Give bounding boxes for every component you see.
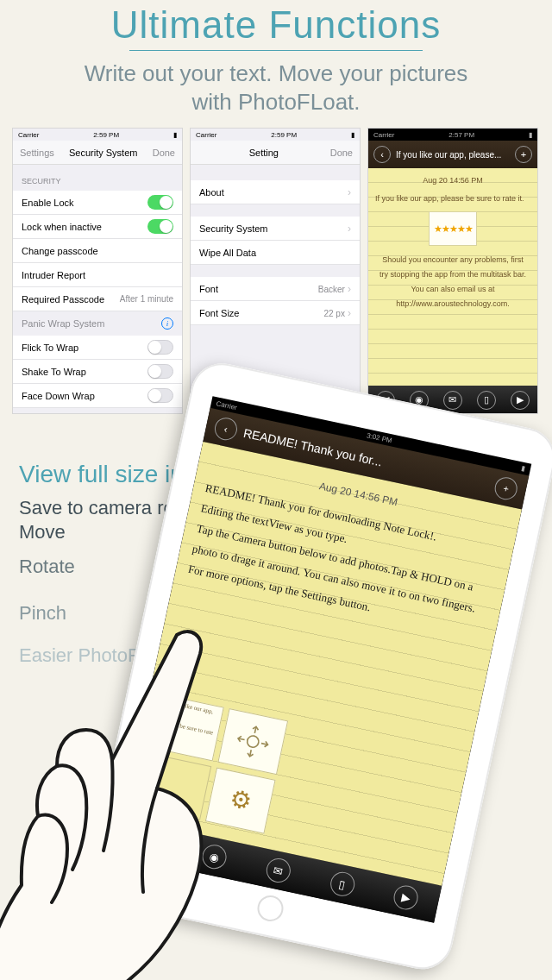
row-font-size[interactable]: Font Size 22 px › bbox=[191, 301, 360, 325]
status-bar: Carrier 2:57 PM ▮ bbox=[368, 129, 537, 141]
toggle-facedown[interactable] bbox=[147, 388, 173, 403]
carrier-label: Carrier bbox=[18, 131, 39, 139]
note-paper[interactable]: Aug 20 14:56 PM If you like our app, ple… bbox=[368, 168, 537, 386]
widget-gear-icon[interactable]: ⚙ bbox=[205, 767, 276, 833]
clock-label: 2:59 PM bbox=[271, 131, 297, 139]
nav-title: Security System bbox=[69, 148, 137, 158]
toggle-lock-inactive[interactable] bbox=[147, 219, 173, 234]
label-flick: Flick To Wrap bbox=[22, 342, 78, 353]
note-title: If you like our app, please... bbox=[396, 150, 510, 160]
back-button[interactable]: ‹ bbox=[373, 146, 391, 163]
row-enable-lock[interactable]: Enable Lock bbox=[13, 191, 182, 215]
note-nav-bar: ‹ If you like our app, please... + bbox=[368, 141, 537, 168]
ipad-body: Carrier 3:02 PM ▮ ‹ README! Thank you fo… bbox=[83, 358, 552, 975]
subtitle-line-2: with PhotoFLoat. bbox=[191, 89, 360, 115]
value-font: Backer › bbox=[318, 283, 351, 295]
row-flick-wrap[interactable]: Flick To Wrap bbox=[13, 336, 182, 360]
note-line-2: Should you encounter any problems, first… bbox=[375, 253, 530, 311]
battery-icon: ▮ bbox=[351, 131, 354, 139]
trash-button[interactable]: ▯ bbox=[477, 391, 496, 410]
done-button[interactable]: Done bbox=[330, 148, 353, 158]
add-button[interactable]: + bbox=[515, 146, 532, 163]
spacer bbox=[191, 204, 360, 217]
row-security-system[interactable]: Security System › bbox=[191, 217, 360, 241]
battery-icon: ▮ bbox=[173, 131, 177, 139]
back-button[interactable]: ‹ bbox=[213, 416, 240, 443]
spacer bbox=[191, 165, 360, 180]
spacer bbox=[191, 265, 360, 277]
trash-button[interactable]: ▯ bbox=[328, 870, 356, 898]
toggle-flick[interactable] bbox=[147, 340, 173, 355]
status-bar: Carrier 2:59 PM ▮ bbox=[13, 129, 182, 141]
nav-bar: Setting Done bbox=[191, 141, 360, 165]
label-enable-lock: Enable Lock bbox=[22, 198, 74, 208]
label-wipe: Wipe All Data bbox=[199, 248, 256, 258]
carrier-label: Carrier bbox=[373, 131, 394, 139]
carrier-label: Carrier bbox=[196, 131, 216, 139]
add-button[interactable]: + bbox=[492, 475, 519, 502]
label-security: Security System bbox=[199, 223, 267, 234]
label-lock-inactive: Lock when inactive bbox=[22, 222, 102, 232]
widget-rate-note[interactable]: If you like our app, please be sure to r… bbox=[154, 694, 224, 761]
info-icon[interactable]: i bbox=[161, 317, 173, 330]
row-intruder-report[interactable]: Intruder Report bbox=[13, 263, 182, 287]
label-intruder: Intruder Report bbox=[22, 270, 85, 280]
status-bar: Carrier 2:59 PM ▮ bbox=[191, 129, 360, 141]
nav-bar: Settings Security System Done bbox=[13, 141, 182, 165]
label-change-passcode: Change passcode bbox=[22, 246, 98, 256]
row-font[interactable]: Font Backer › bbox=[191, 277, 360, 301]
svg-point-0 bbox=[246, 735, 260, 749]
battery-icon: ▮ bbox=[529, 131, 532, 139]
page-subtitle: Write out your text. Move your pictures … bbox=[0, 60, 552, 128]
nav-title: Setting bbox=[249, 148, 279, 158]
battery-icon: ▮ bbox=[521, 464, 526, 473]
label-shake: Shake To Wrap bbox=[22, 367, 86, 377]
chevron-right-icon: › bbox=[348, 223, 351, 235]
phone-security-settings: Carrier 2:59 PM ▮ Settings Security Syst… bbox=[12, 128, 183, 414]
screenshot-triptych: Carrier 2:59 PM ▮ Settings Security Syst… bbox=[0, 128, 552, 414]
value-fontsize: 22 px › bbox=[323, 307, 351, 319]
back-button[interactable]: Settings bbox=[20, 148, 54, 158]
ipad-mockup: Carrier 3:02 PM ▮ ‹ README! Thank you fo… bbox=[83, 358, 552, 975]
toggle-shake[interactable] bbox=[147, 364, 173, 379]
next-button[interactable]: ▶ bbox=[511, 391, 530, 410]
value-required: After 1 minute bbox=[120, 294, 173, 304]
phone-note-view: Carrier 2:57 PM ▮ ‹ If you like our app,… bbox=[367, 128, 538, 414]
toggle-enable-lock[interactable] bbox=[147, 195, 173, 210]
note-paper[interactable]: Aug 20 14:56 PM README! Thank you for do… bbox=[123, 442, 522, 886]
row-required-passcode[interactable]: Required Passcode After 1 minute bbox=[13, 287, 182, 311]
page-title: Ultimate Functions bbox=[0, 3, 552, 47]
subtitle-line-1: Write out your text. Move your pictures bbox=[85, 60, 468, 86]
label-fontsize: Font Size bbox=[199, 308, 239, 318]
label-font: Font bbox=[199, 284, 218, 294]
chevron-right-icon: › bbox=[348, 186, 351, 198]
prev-button[interactable]: ◀ bbox=[136, 829, 165, 858]
photo-widgets: If you like our app, please be sure to r… bbox=[141, 694, 288, 833]
title-underline bbox=[129, 50, 423, 51]
ipad-screen: Carrier 3:02 PM ▮ ‹ README! Thank you fo… bbox=[115, 396, 531, 923]
row-about[interactable]: About › bbox=[191, 180, 360, 204]
next-button[interactable]: ▶ bbox=[392, 883, 420, 912]
row-facedown-wrap[interactable]: Face Down Wrap bbox=[13, 384, 182, 408]
clock-label: 2:57 PM bbox=[448, 131, 474, 139]
label-facedown: Face Down Wrap bbox=[22, 391, 95, 401]
widget-move-icon[interactable] bbox=[217, 708, 288, 775]
label-about: About bbox=[199, 187, 224, 198]
row-wipe-data[interactable]: Wipe All Data bbox=[191, 241, 360, 265]
row-change-passcode[interactable]: Change passcode bbox=[13, 239, 182, 263]
section-panic-wrap: Panic Wrap System i bbox=[13, 311, 182, 336]
row-lock-inactive[interactable]: Lock when inactive bbox=[13, 215, 182, 239]
mail-button[interactable]: ✉ bbox=[443, 391, 462, 410]
camera-button[interactable]: ◉ bbox=[200, 843, 229, 871]
label-required: Required Passcode bbox=[22, 294, 104, 305]
done-button[interactable]: Done bbox=[153, 148, 175, 158]
row-shake-wrap[interactable]: Shake To Wrap bbox=[13, 360, 182, 384]
label-panic: Panic Wrap System bbox=[22, 318, 104, 329]
home-button[interactable] bbox=[255, 893, 286, 924]
clock-label: 2:59 PM bbox=[93, 131, 119, 139]
widget-empty[interactable] bbox=[141, 754, 211, 820]
note-line-1: If you like our app, please be sure to r… bbox=[375, 192, 530, 206]
mail-button[interactable]: ✉ bbox=[264, 856, 292, 884]
rating-stars[interactable]: ★★★★★ bbox=[429, 211, 477, 246]
section-header-security: SECURITY bbox=[13, 165, 182, 191]
